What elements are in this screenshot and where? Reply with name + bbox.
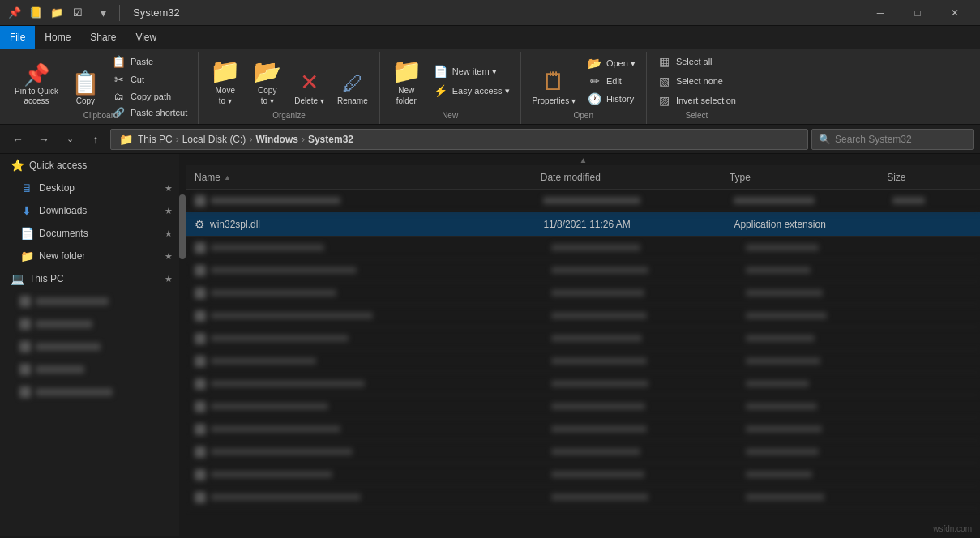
clipboard-small-buttons: 📋 Paste ✂ Cut 🗂 Copy path 🔗 Paste shortc… [108,53,191,109]
new-folder-button[interactable]: 📁 Newfolder [387,53,426,109]
sidebar-item-quick-access[interactable]: ⭐ Quick access [0,154,179,177]
folder-nav-icon: 📁 [119,133,133,146]
main-area: ⭐ Quick access 🖥 Desktop ★ ⬇ Downloads ★… [0,154,980,536]
col-header-type[interactable]: Type [721,165,879,189]
move-to-button[interactable]: 📁 Moveto ▾ [205,53,245,109]
sidebar-item-documents[interactable]: 📄 Documents ★ [0,222,179,245]
file-type-cell: Application extension [725,219,884,230]
search-box[interactable]: 🔍 Search System32 [811,129,974,150]
file-date-cell: 11/8/2021 11:26 AM [535,219,725,230]
ribbon-group-organize: 📁 Moveto ▾ 📂 Copyto ▾ ✕ Delete ▾ 🖊 Renam… [199,52,380,124]
invert-selection-icon: ▨ [657,94,672,107]
new-label: New [442,111,458,122]
folder-icon[interactable]: 📁 [49,5,65,21]
search-icon: 🔍 [819,134,831,145]
clipboard-label: Clipboard [83,111,118,122]
cut-button[interactable]: ✂ Cut [108,71,191,88]
col-header-size[interactable]: Size [879,165,974,189]
copy-button[interactable]: 📋 Copy [66,53,105,109]
copy-path-button[interactable]: 🗂 Copy path [108,89,191,104]
documents-icon: 📄 [19,227,34,240]
nav-bar: ← → ⌄ ↑ 📁 This PC › Local Disk (C:) › Wi… [0,125,980,154]
sidebar-item-this-pc[interactable]: 💻 This PC ★ [0,267,179,290]
select-label: Select [685,111,708,122]
ribbon-group-new: 📁 Newfolder 📄 New item ▾ ⚡ Easy access ▾… [380,52,521,124]
title-bar: 📌 📒 📁 ☑ ▾ System32 ─ □ ✕ [0,0,980,26]
sidebar-scrollbar[interactable] [179,154,186,536]
pin-icon: ★ [165,228,173,239]
rename-icon: 🖊 [342,73,363,94]
up-button[interactable]: ↑ [84,128,107,151]
rename-button[interactable]: 🖊 Rename [332,53,373,109]
sort-area: ▲ [186,154,980,165]
back-button[interactable]: ← [6,128,29,151]
cut-icon: ✂ [112,73,126,86]
address-sep-3: › [302,134,305,145]
downloads-icon: ⬇ [19,204,34,217]
move-icon: 📁 [210,59,240,83]
copy-to-button[interactable]: 📂 Copyto ▾ [248,53,286,109]
quick-access-icon: ⭐ [10,159,24,172]
notebook-icon[interactable]: 📒 [28,5,44,21]
sidebar-item-new-folder[interactable]: 📁 New folder ★ [0,245,179,267]
maximize-button[interactable]: □ [899,0,936,26]
address-sep-1: › [176,134,179,145]
selected-file-row[interactable]: ⚙ win32spl.dll 11/8/2021 11:26 AM Applic… [186,212,980,237]
address-local-disk: Local Disk (C:) [182,134,246,145]
sidebar-item-desktop[interactable]: 🖥 Desktop ★ [0,177,179,199]
new-folder-icon: 📁 [19,250,34,263]
sidebar-scroll[interactable]: ⭐ Quick access 🖥 Desktop ★ ⬇ Downloads ★… [0,154,179,536]
sidebar-item-downloads[interactable]: ⬇ Downloads ★ [0,199,179,222]
new-item-button[interactable]: 📄 New item ▾ [430,63,514,79]
pin-to-quick-access-button[interactable]: 📌 Pin to Quickaccess [10,53,63,109]
menu-share[interactable]: Share [80,26,126,49]
blurred-rows-bottom [186,237,980,509]
file-name: win32spl.dll [210,219,260,230]
open-button[interactable]: 📂 Open ▾ [584,55,640,71]
forward-button[interactable]: → [32,128,55,151]
invert-selection-button[interactable]: ▨ Invert selection [653,92,740,109]
properties-button[interactable]: 🗒 Properties ▾ [528,53,580,109]
history-icon: 🕐 [588,92,602,105]
minimize-button[interactable]: ─ [862,0,899,26]
select-all-button[interactable]: ▦ Select all [653,53,740,70]
edit-button[interactable]: ✏ Edit [584,73,640,89]
file-area: ▲ Name ▲ Date modified Type Size [186,154,980,536]
address-sep-2: › [249,134,252,145]
open-label: Open [573,111,593,122]
menu-view[interactable]: View [126,26,166,49]
col-header-date[interactable]: Date modified [533,165,721,189]
divider [119,5,120,21]
paste-button[interactable]: 📋 Paste [108,53,191,70]
menu-bar: File Home Share View [0,26,980,49]
easy-access-button[interactable]: ⚡ Easy access ▾ [430,83,514,99]
sidebar-scrollbar-thumb [179,194,186,259]
paste-shortcut-button[interactable]: 🔗 Paste shortcut [108,105,191,120]
address-bar[interactable]: 📁 This PC › Local Disk (C:) › Windows › … [110,129,808,150]
sidebar: ⭐ Quick access 🖥 Desktop ★ ⬇ Downloads ★… [0,154,186,536]
copy-icon: 📋 [71,72,100,95]
checkbox-icon[interactable]: ☑ [70,5,86,21]
address-windows: Windows [255,134,298,145]
recent-button[interactable]: ⌄ [58,128,81,151]
history-button[interactable]: 🕐 History [584,91,640,107]
delete-button[interactable]: ✕ Delete ▾ [289,53,329,109]
open-icon: 📂 [588,57,602,70]
pin-icon[interactable]: 📌 [6,5,23,21]
delete-icon: ✕ [300,71,319,94]
sidebar-item-label: Desktop [39,182,75,194]
select-none-button[interactable]: ▧ Select none [653,73,740,89]
close-button[interactable]: ✕ [936,0,974,26]
col-header-name[interactable]: Name ▲ [186,165,533,189]
copy-to-icon: 📂 [253,61,281,83]
title-bar-dropdown[interactable]: ▾ [101,6,106,19]
pin-icon: ★ [165,251,173,262]
menu-home[interactable]: Home [35,26,80,49]
search-placeholder: Search System32 [835,134,912,145]
file-list[interactable]: ⚙ win32spl.dll 11/8/2021 11:26 AM Applic… [186,190,980,536]
pin-icon: ★ [165,274,173,284]
easy-access-icon: ⚡ [434,84,448,97]
menu-file[interactable]: File [0,26,35,49]
ribbon-group-open: 🗒 Properties ▾ 📂 Open ▾ ✏ Edit 🕐 History [521,52,647,124]
properties-icon: 🗒 [541,70,566,94]
